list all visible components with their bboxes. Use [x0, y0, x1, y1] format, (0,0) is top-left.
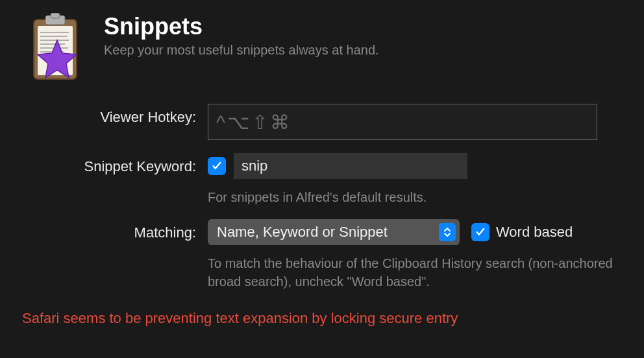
hotkey-modifier-symbols: ^⌥⇧⌘	[216, 111, 291, 134]
viewer-hotkey-row: Viewer Hotkey: ^⌥⇧⌘	[26, 104, 618, 140]
header: Snippets Keep your most useful snippets …	[0, 0, 644, 91]
secure-entry-warning: Safari seems to be preventing text expan…	[0, 304, 644, 333]
svg-rect-3	[51, 13, 60, 18]
word-based-option[interactable]: Word based	[471, 223, 573, 241]
matching-select-value: Name, Keyword or Snippet	[217, 224, 388, 241]
page-title: Snippets	[104, 13, 379, 40]
checkmark-icon	[211, 160, 223, 172]
snippet-keyword-help: For snippets in Alfred's default results…	[208, 188, 618, 206]
snippet-keyword-input[interactable]	[234, 153, 467, 179]
form: Viewer Hotkey: ^⌥⇧⌘ Snippet Keyword: For…	[0, 91, 644, 291]
select-arrows-icon	[439, 223, 456, 241]
page-subtitle: Keep your most useful snippets always at…	[104, 43, 379, 58]
matching-label: Matching:	[26, 219, 208, 241]
chevron-up-icon	[443, 227, 451, 232]
checkmark-icon	[475, 226, 486, 238]
word-based-label: Word based	[496, 224, 573, 241]
snippets-clipboard-icon	[19, 13, 91, 84]
viewer-hotkey-input[interactable]: ^⌥⇧⌘	[208, 104, 597, 140]
viewer-hotkey-label: Viewer Hotkey:	[26, 104, 208, 126]
snippet-keyword-row: Snippet Keyword: For snippets in Alfred'…	[26, 153, 618, 206]
word-based-checkbox[interactable]	[471, 223, 489, 241]
header-text: Snippets Keep your most useful snippets …	[104, 13, 379, 58]
matching-row: Matching: Name, Keyword or Snippet	[26, 219, 618, 291]
snippet-keyword-checkbox[interactable]	[208, 157, 226, 175]
snippet-keyword-label: Snippet Keyword:	[26, 153, 208, 175]
chevron-down-icon	[443, 232, 451, 237]
matching-help: To match the behaviour of the Clipboard …	[208, 254, 618, 291]
matching-select[interactable]: Name, Keyword or Snippet	[208, 219, 460, 245]
